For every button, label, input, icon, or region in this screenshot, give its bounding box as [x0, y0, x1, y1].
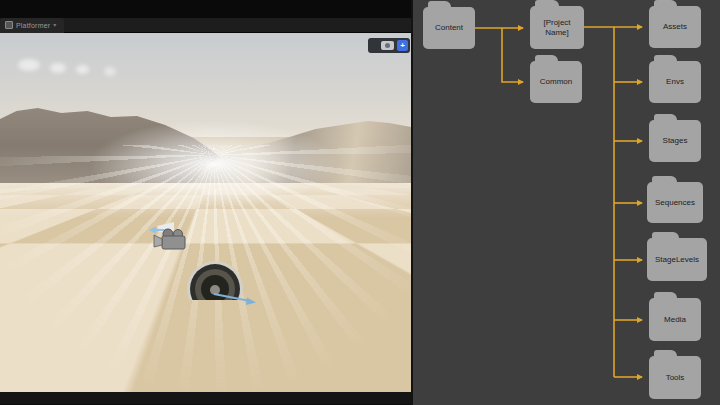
folder-media: Media — [649, 298, 701, 341]
editor-window: Platformer ▾ — [0, 0, 413, 405]
camera-speed-icon[interactable] — [381, 41, 394, 50]
level-tab-icon — [5, 21, 13, 29]
camera-actor[interactable] — [147, 221, 191, 255]
lens-flare — [18, 59, 40, 71]
chevron-down-icon: ▾ — [53, 22, 56, 28]
sun-glare — [84, 118, 344, 210]
folder-content: Content — [423, 7, 475, 49]
folder-assets: Assets — [649, 6, 701, 48]
add-button[interactable]: + — [397, 40, 408, 51]
lens-flare — [50, 63, 66, 73]
level-tab[interactable]: Platformer ▾ — [0, 18, 64, 33]
tab-bar: Platformer ▾ — [0, 18, 411, 33]
folder-envs: Envs — [649, 61, 701, 103]
folder-project-name: [Project Name] — [530, 6, 584, 49]
folder-structure-diagram: Content [Project Name] Common Assets Env… — [413, 0, 720, 405]
screen: Platformer ▾ — [0, 0, 720, 405]
folder-tools: Tools — [649, 356, 701, 399]
viewport-mini-toolbar: + — [368, 38, 410, 53]
viewport-3d[interactable]: + — [0, 33, 411, 392]
lens-flare — [104, 67, 116, 76]
window-titlebar — [0, 0, 411, 18]
translate-axis-arrow[interactable] — [200, 285, 262, 311]
lens-flare — [76, 65, 89, 74]
window-bottom-bar — [0, 392, 411, 404]
folder-stagelevels: StageLevels — [647, 238, 707, 281]
folder-common: Common — [530, 61, 582, 103]
folder-stages: Stages — [649, 120, 701, 162]
folder-sequences: Sequences — [647, 182, 703, 223]
level-tab-label: Platformer — [16, 22, 50, 29]
